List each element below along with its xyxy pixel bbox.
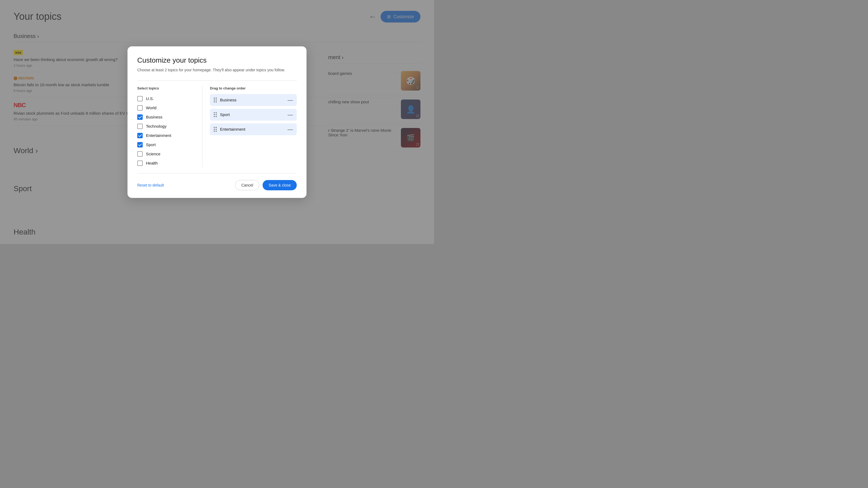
drag-order-label: Drag to change order <box>210 86 297 90</box>
checkbox-technology[interactable] <box>137 124 143 129</box>
topic-row-business[interactable]: Business <box>137 112 195 122</box>
checkbox-business[interactable] <box>137 115 143 120</box>
reset-to-default-button[interactable]: Reset to default <box>137 183 164 187</box>
topic-label-entertainment: Entertainment <box>146 133 171 138</box>
remove-entertainment-button[interactable]: — <box>287 127 293 132</box>
drag-handle-business[interactable] <box>214 98 217 102</box>
topic-label-sport: Sport <box>146 142 156 147</box>
modal-title: Customize your topics <box>137 56 297 65</box>
checkbox-sport[interactable] <box>137 142 143 148</box>
checkbox-science[interactable] <box>137 151 143 157</box>
customize-topics-modal: Customize your topics Choose at least 2 … <box>127 46 307 198</box>
modal-subtitle: Choose at least 2 topics for your homepa… <box>137 67 297 73</box>
topic-label-world: World <box>146 105 156 110</box>
checkbox-health[interactable] <box>137 161 143 166</box>
drag-item-business[interactable]: Business — <box>210 94 297 106</box>
topic-label-us: U.S. <box>146 96 154 101</box>
checkbox-world[interactable] <box>137 105 143 110</box>
topic-label-business: Business <box>146 115 162 119</box>
select-topics-column: Select topics U.S. World Business Techno… <box>137 86 203 168</box>
topic-row-science[interactable]: Science <box>137 150 195 159</box>
topic-row-health[interactable]: Health <box>137 159 195 168</box>
drag-item-sport[interactable]: Sport — <box>210 109 297 121</box>
checkbox-us[interactable] <box>137 96 143 101</box>
drag-order-column: Drag to change order Business — <box>209 86 297 168</box>
drag-label-sport: Sport <box>220 112 284 117</box>
remove-business-button[interactable]: — <box>287 97 293 103</box>
topic-label-science: Science <box>146 152 160 156</box>
drag-label-entertainment: Entertainment <box>220 127 284 131</box>
checkbox-entertainment[interactable] <box>137 133 143 138</box>
modal-overlay: Customize your topics Choose at least 2 … <box>0 0 434 244</box>
modal-footer: Reset to default Cancel Save & close <box>137 180 297 190</box>
topic-row-technology[interactable]: Technology <box>137 122 195 131</box>
topic-row-us[interactable]: U.S. <box>137 94 195 103</box>
save-close-button[interactable]: Save & close <box>262 180 297 190</box>
remove-sport-button[interactable]: — <box>287 112 293 118</box>
select-topics-label: Select topics <box>137 86 195 90</box>
footer-actions: Cancel Save & close <box>235 180 297 190</box>
topic-row-entertainment[interactable]: Entertainment <box>137 131 195 140</box>
drag-handle-entertainment[interactable] <box>214 127 217 132</box>
drag-item-entertainment[interactable]: Entertainment — <box>210 123 297 135</box>
cancel-button[interactable]: Cancel <box>235 180 259 190</box>
topic-label-health: Health <box>146 161 158 165</box>
topic-row-world[interactable]: World <box>137 103 195 112</box>
topic-label-technology: Technology <box>146 124 166 129</box>
modal-body: Select topics U.S. World Business Techno… <box>137 80 297 173</box>
drag-label-business: Business <box>220 98 284 102</box>
topic-row-sport[interactable]: Sport <box>137 140 195 150</box>
drag-handle-sport[interactable] <box>214 112 217 117</box>
